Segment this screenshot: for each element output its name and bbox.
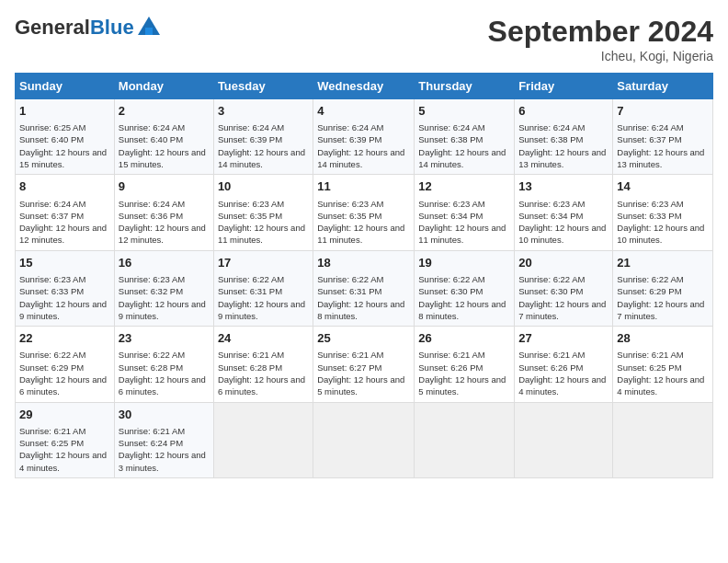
sunrise: Sunrise: 6:23 AM bbox=[119, 274, 185, 284]
table-cell: 22Sunrise: 6:22 AMSunset: 6:29 PMDayligh… bbox=[16, 327, 115, 402]
day-number: 23 bbox=[119, 330, 210, 347]
daylight: Daylight: 12 hours and 15 minutes. bbox=[19, 147, 107, 169]
day-number: 14 bbox=[617, 178, 709, 195]
sunrise: Sunrise: 6:24 AM bbox=[317, 122, 383, 132]
sunset: Sunset: 6:34 PM bbox=[418, 211, 483, 221]
daylight: Daylight: 12 hours and 11 minutes. bbox=[317, 223, 404, 245]
sunset: Sunset: 6:25 PM bbox=[617, 362, 681, 373]
daylight: Daylight: 12 hours and 8 minutes. bbox=[317, 299, 404, 321]
page-container: GeneralBlue September 2024 Icheu, Kogi, … bbox=[0, 0, 728, 486]
table-cell: 28Sunrise: 6:21 AMSunset: 6:25 PMDayligh… bbox=[613, 327, 713, 402]
daylight: Daylight: 12 hours and 14 minutes. bbox=[218, 147, 305, 169]
sunrise: Sunrise: 6:21 AM bbox=[617, 350, 683, 360]
sunrise: Sunrise: 6:24 AM bbox=[119, 199, 185, 209]
month-title: September 2024 bbox=[488, 15, 713, 49]
sunset: Sunset: 6:30 PM bbox=[418, 286, 483, 296]
table-cell: 12Sunrise: 6:23 AMSunset: 6:34 PMDayligh… bbox=[415, 175, 515, 250]
col-tuesday: Tuesday bbox=[213, 74, 313, 99]
day-number: 26 bbox=[418, 330, 510, 347]
col-thursday: Thursday bbox=[415, 74, 515, 99]
day-number: 21 bbox=[617, 255, 709, 271]
sunset: Sunset: 6:29 PM bbox=[617, 286, 681, 296]
sunset: Sunset: 6:40 PM bbox=[19, 134, 84, 144]
sunrise: Sunrise: 6:24 AM bbox=[19, 199, 85, 209]
col-saturday: Saturday bbox=[613, 74, 713, 99]
sunrise: Sunrise: 6:24 AM bbox=[617, 122, 683, 132]
daylight: Daylight: 12 hours and 6 minutes. bbox=[218, 374, 305, 396]
sunrise: Sunrise: 6:22 AM bbox=[19, 350, 85, 360]
day-number: 18 bbox=[317, 255, 410, 271]
sunrise: Sunrise: 6:21 AM bbox=[218, 350, 284, 360]
table-cell: 17Sunrise: 6:22 AMSunset: 6:31 PMDayligh… bbox=[213, 250, 313, 326]
logo: GeneralBlue bbox=[15, 15, 162, 40]
table-cell: 14Sunrise: 6:23 AMSunset: 6:33 PMDayligh… bbox=[613, 175, 713, 250]
daylight: Daylight: 12 hours and 12 minutes. bbox=[19, 223, 107, 245]
sunset: Sunset: 6:38 PM bbox=[418, 134, 483, 144]
table-cell: 1Sunrise: 6:25 AMSunset: 6:40 PMDaylight… bbox=[16, 99, 115, 175]
calendar-table: Sunday Monday Tuesday Wednesday Thursday… bbox=[15, 73, 713, 478]
sunset: Sunset: 6:40 PM bbox=[119, 134, 183, 144]
daylight: Daylight: 12 hours and 5 minutes. bbox=[317, 374, 404, 396]
daylight: Daylight: 12 hours and 13 minutes. bbox=[617, 147, 704, 169]
sunrise: Sunrise: 6:21 AM bbox=[518, 350, 585, 360]
daylight: Daylight: 12 hours and 14 minutes. bbox=[418, 147, 506, 169]
sunrise: Sunrise: 6:23 AM bbox=[317, 199, 383, 209]
daylight: Daylight: 12 hours and 7 minutes. bbox=[518, 299, 606, 321]
daylight: Daylight: 12 hours and 6 minutes. bbox=[19, 374, 107, 396]
col-monday: Monday bbox=[114, 74, 213, 99]
sunset: Sunset: 6:27 PM bbox=[317, 362, 381, 373]
daylight: Daylight: 12 hours and 3 minutes. bbox=[119, 450, 206, 472]
table-row: 1Sunrise: 6:25 AMSunset: 6:40 PMDaylight… bbox=[16, 99, 713, 175]
daylight: Daylight: 12 hours and 9 minutes. bbox=[119, 299, 206, 321]
table-cell bbox=[213, 402, 313, 477]
title-block: September 2024 Icheu, Kogi, Nigeria bbox=[488, 15, 713, 63]
col-sunday: Sunday bbox=[16, 74, 115, 99]
table-cell: 5Sunrise: 6:24 AMSunset: 6:38 PMDaylight… bbox=[415, 99, 515, 175]
day-number: 9 bbox=[119, 178, 210, 195]
day-number: 12 bbox=[418, 178, 510, 195]
day-number: 16 bbox=[119, 255, 210, 271]
daylight: Daylight: 12 hours and 9 minutes. bbox=[19, 299, 107, 321]
sunrise: Sunrise: 6:22 AM bbox=[617, 274, 683, 284]
day-number: 3 bbox=[218, 103, 309, 120]
sunset: Sunset: 6:37 PM bbox=[19, 211, 84, 221]
daylight: Daylight: 12 hours and 10 minutes. bbox=[617, 223, 704, 245]
logo-blue-text: Blue bbox=[90, 16, 134, 39]
sunrise: Sunrise: 6:25 AM bbox=[19, 122, 85, 132]
daylight: Daylight: 12 hours and 11 minutes. bbox=[218, 223, 305, 245]
day-number: 19 bbox=[418, 255, 510, 271]
daylight: Daylight: 12 hours and 10 minutes. bbox=[518, 223, 606, 245]
sunrise: Sunrise: 6:22 AM bbox=[418, 274, 484, 284]
sunset: Sunset: 6:37 PM bbox=[617, 134, 681, 144]
sunset: Sunset: 6:31 PM bbox=[218, 286, 282, 296]
daylight: Daylight: 12 hours and 7 minutes. bbox=[617, 299, 704, 321]
header-row: Sunday Monday Tuesday Wednesday Thursday… bbox=[16, 74, 713, 99]
sunrise: Sunrise: 6:21 AM bbox=[317, 350, 383, 360]
day-number: 4 bbox=[317, 103, 410, 120]
day-number: 20 bbox=[518, 255, 609, 271]
table-cell: 24Sunrise: 6:21 AMSunset: 6:28 PMDayligh… bbox=[213, 327, 313, 402]
table-cell: 9Sunrise: 6:24 AMSunset: 6:36 PMDaylight… bbox=[114, 175, 213, 250]
table-cell: 27Sunrise: 6:21 AMSunset: 6:26 PMDayligh… bbox=[515, 327, 613, 402]
table-cell: 2Sunrise: 6:24 AMSunset: 6:40 PMDaylight… bbox=[114, 99, 213, 175]
table-cell: 11Sunrise: 6:23 AMSunset: 6:35 PMDayligh… bbox=[313, 175, 415, 250]
daylight: Daylight: 12 hours and 4 minutes. bbox=[518, 374, 606, 396]
day-number: 2 bbox=[119, 103, 210, 120]
sunset: Sunset: 6:35 PM bbox=[218, 211, 282, 221]
sunset: Sunset: 6:35 PM bbox=[317, 211, 381, 221]
sunrise: Sunrise: 6:21 AM bbox=[19, 426, 85, 436]
table-cell: 16Sunrise: 6:23 AMSunset: 6:32 PMDayligh… bbox=[114, 250, 213, 326]
sunrise: Sunrise: 6:22 AM bbox=[119, 350, 185, 360]
daylight: Daylight: 12 hours and 6 minutes. bbox=[119, 374, 206, 396]
sunset: Sunset: 6:33 PM bbox=[617, 211, 681, 221]
table-cell: 15Sunrise: 6:23 AMSunset: 6:33 PMDayligh… bbox=[16, 250, 115, 326]
table-cell: 3Sunrise: 6:24 AMSunset: 6:39 PMDaylight… bbox=[213, 99, 313, 175]
sunrise: Sunrise: 6:23 AM bbox=[218, 199, 284, 209]
sunrise: Sunrise: 6:23 AM bbox=[19, 274, 85, 284]
sunset: Sunset: 6:26 PM bbox=[418, 362, 483, 373]
sunrise: Sunrise: 6:22 AM bbox=[317, 274, 383, 284]
day-number: 6 bbox=[518, 103, 609, 120]
table-cell: 20Sunrise: 6:22 AMSunset: 6:30 PMDayligh… bbox=[515, 250, 613, 326]
col-friday: Friday bbox=[515, 74, 613, 99]
day-number: 28 bbox=[617, 330, 709, 347]
